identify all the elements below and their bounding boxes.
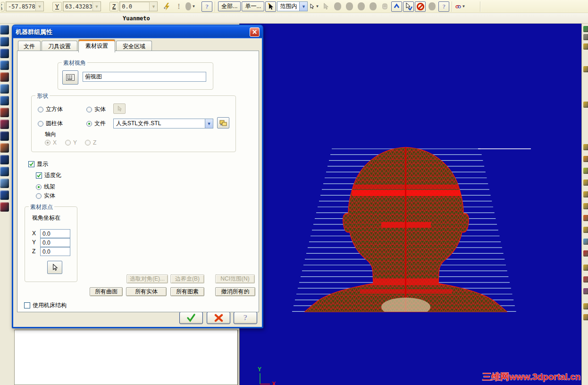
right-toolbar-icon-fragment[interactable] [583,180,588,186]
axis-x-radio[interactable]: X [45,139,57,146]
caret-down-icon[interactable]: ▾ [7,193,8,197]
select-ok-cursor-icon[interactable] [403,1,414,12]
caret-down-icon[interactable]: ▾ [7,63,8,67]
axis-z-radio[interactable]: Z [85,139,96,146]
no-entry-icon[interactable] [415,1,426,12]
caret-down-icon[interactable]: ▼ [315,4,319,9]
left-toolbar-icon-fragment[interactable] [0,84,9,94]
wireframe-radio[interactable]: 线架 [36,183,55,191]
origin-x-field[interactable]: 0.0 [40,229,70,238]
right-toolbar-icon-fragment[interactable] [583,314,588,320]
all-surfaces-button[interactable]: 所有曲面 [90,287,123,296]
right-toolbar-icon-fragment[interactable] [583,227,588,233]
help-cursor-icon[interactable]: ? [202,1,212,12]
x-coordinate-label[interactable]: X [1,2,5,11]
display-solid-radio[interactable]: 实体 [36,192,55,200]
shape-cylinder-radio[interactable]: 圆柱体 [38,120,63,128]
right-toolbar-icon-fragment[interactable] [583,203,588,209]
shape-file-radio[interactable]: 文件 [86,120,106,128]
select-corners-button[interactable]: 选取对角(E)... [126,274,168,283]
left-toolbar-icon-fragment[interactable] [0,72,9,82]
browse-file-button[interactable] [217,117,229,128]
shape-solid-radio[interactable]: 实体 [86,105,106,113]
shape-cube-radio[interactable]: 立方体 [38,105,63,113]
cursor-tool-icon[interactable]: ▼ [309,1,319,12]
right-toolbar-icon-fragment[interactable] [583,144,588,150]
right-toolbar-icon-fragment[interactable] [583,265,588,271]
right-toolbar-icon-fragment[interactable] [583,303,588,309]
stl-file-dropdown[interactable]: 人头STL文件.STL ▼ [113,119,213,128]
select-lightning-cursor-icon[interactable] [265,1,276,12]
disabled-tool-icon[interactable] [427,1,437,12]
nci-extents-button[interactable]: NCI范围(N) [215,274,255,283]
left-toolbar-icon-fragment[interactable] [0,131,9,141]
ok-button[interactable] [179,312,203,324]
left-toolbar-icon-fragment[interactable] [0,143,9,153]
help-button[interactable]: ? [234,312,257,324]
range-dropdown-chevron-icon[interactable]: ▼ [299,2,307,11]
range-filter-dropdown[interactable]: 范围内 ▼ [277,1,308,11]
right-toolbar-icon-fragment[interactable] [583,156,588,162]
all-solids-button[interactable]: 所有实体 [126,287,167,296]
caret-down-icon[interactable]: ▼ [462,4,465,9]
cursor-disabled-icon[interactable] [320,1,331,12]
disabled-tool-icon[interactable] [356,1,367,12]
right-toolbar-icon-fragment[interactable] [583,191,588,197]
right-toolbar-icon-fragment[interactable] [583,43,588,50]
select-all-button[interactable]: 全部... [218,1,241,11]
right-toolbar-icon-fragment[interactable] [583,215,588,221]
close-button[interactable] [250,27,260,37]
left-toolbar-icon-fragment[interactable] [0,49,9,58]
dialog-titlebar[interactable]: 机器群组属性 [13,26,262,38]
right-toolbar-icon-fragment[interactable] [583,66,588,72]
right-toolbar-icon-fragment[interactable] [583,288,588,294]
y-coordinate-field[interactable]: 63.43283 ▼ [63,1,101,11]
operations-manager-panel[interactable] [14,330,238,385]
caret-down-icon[interactable]: ▼ [192,4,195,9]
origin-pick-button[interactable] [47,261,62,274]
left-toolbar-icon-fragment[interactable] [0,167,9,176]
exclaim-icon[interactable]: ! [173,1,184,12]
disabled-tool-icon[interactable] [332,1,343,12]
disabled-stamp-icon[interactable] [379,1,390,12]
right-toolbar-icon-fragment[interactable] [583,250,588,257]
left-toolbar-icon-fragment[interactable] [0,155,9,164]
origin-y-field[interactable]: 0.0 [40,238,70,247]
fast-point-icon[interactable] [161,1,172,12]
left-toolbar-icon-fragment[interactable] [0,179,9,188]
right-toolbar-icon-fragment[interactable] [583,26,588,32]
bounding-box-button[interactable]: 边界盒(B) [170,274,204,283]
left-toolbar-icon-fragment[interactable] [0,120,9,129]
undo-arrow-icon[interactable] [391,1,402,12]
fit-checkbox[interactable]: 适度化 [36,171,61,180]
model-canvas[interactable]: Y X 三维网www.3dportal.cn [240,24,582,385]
display-checkbox[interactable]: 显示 [28,160,48,168]
caret-down-icon[interactable]: ▾ [7,205,8,208]
view-name-field[interactable]: 俯视图 [83,72,206,82]
disabled-tool-icon[interactable] [344,1,355,12]
z-dropdown-arrow-icon[interactable]: ▼ [149,2,157,11]
machine-structure-checkbox[interactable]: 使用机床结构 [24,301,67,309]
left-toolbar-icon-fragment[interactable] [0,25,9,34]
left-toolbar-icon-fragment[interactable] [0,37,9,46]
stl-dropdown-chevron-icon[interactable]: ▼ [205,119,213,128]
right-toolbar-icon-fragment[interactable] [583,276,588,282]
right-toolbar-icon-fragment[interactable] [583,102,588,108]
x-dropdown-arrow-icon[interactable]: ▼ [35,2,43,11]
left-toolbar-icon-fragment[interactable] [0,108,9,117]
z-coordinate-field[interactable]: 0.0 ▼ [119,1,158,11]
right-toolbar-icon-fragment[interactable] [583,34,588,40]
z-coordinate-label[interactable]: Z [109,2,118,11]
origin-z-field[interactable]: 0.0 [40,247,70,256]
analyze-glasses-icon[interactable]: ▼ [455,1,466,12]
caret-down-icon[interactable]: ▾ [7,98,8,102]
disabled-tool-icon[interactable] [368,1,378,12]
axis-y-radio[interactable]: Y [65,139,77,146]
disabled-tool-icon[interactable]: ▼ [185,1,196,12]
cancel-button[interactable] [207,312,230,324]
right-toolbar-icon-fragment[interactable] [583,239,588,245]
select-single-button[interactable]: 单一... [242,1,264,11]
graphics-viewport[interactable]: Y X 三维网www.3dportal.cn [239,24,582,385]
y-dropdown-arrow-icon[interactable]: ▼ [92,2,101,11]
y-coordinate-label[interactable]: Y [52,2,62,11]
